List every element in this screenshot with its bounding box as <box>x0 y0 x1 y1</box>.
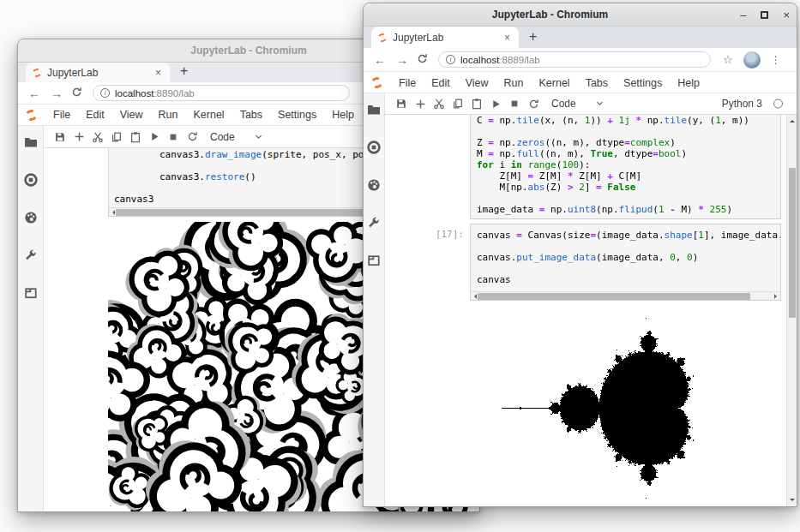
front-notebook-toolbar: Code Python 3 <box>385 93 797 115</box>
property-inspector-icon[interactable] <box>23 248 39 263</box>
open-tabs-icon[interactable] <box>23 285 39 301</box>
menu-tabs[interactable]: Tabs <box>578 77 616 89</box>
front-window-titlebar[interactable]: JupyterLab - Chromium <box>364 3 797 27</box>
close-icon[interactable]: × <box>783 9 790 21</box>
front-url-path: :8889/lab <box>499 55 539 65</box>
run-icon[interactable] <box>145 129 164 145</box>
menu-view[interactable]: View <box>458 77 496 89</box>
restart-kernel-icon[interactable] <box>183 129 202 145</box>
save-icon[interactable] <box>51 129 69 145</box>
scroll-down-icon[interactable] <box>790 499 795 504</box>
menu-file[interactable]: File <box>45 109 78 121</box>
command-palette-icon[interactable] <box>23 210 39 225</box>
running-sessions-icon[interactable] <box>23 172 39 188</box>
forward-arrow-icon[interactable]: → <box>396 53 408 67</box>
jupyter-favicon <box>32 67 43 78</box>
front-url-host: localhost <box>460 55 499 65</box>
reload-icon[interactable] <box>417 53 428 67</box>
scroll-left-icon[interactable] <box>472 294 477 299</box>
scroll-right-icon[interactable] <box>774 294 779 299</box>
back-window-title: JupyterLab - Chromium <box>190 45 306 57</box>
back-omnibox[interactable]: i localhost:8890/lab <box>93 85 350 101</box>
forward-arrow-icon[interactable]: → <box>51 87 63 100</box>
front-cell1-code-lines: C = np.tile(x, (n, 1)) + 1j * np.tile(y,… <box>477 115 780 215</box>
stop-icon[interactable] <box>505 96 524 111</box>
menu-edit[interactable]: Edit <box>424 77 458 89</box>
menu-file[interactable]: File <box>391 77 424 89</box>
front-tab-close-icon[interactable]: × <box>502 32 512 44</box>
front-cell2-code-lines: canvas = Canvas(size=(image_data.shape[1… <box>477 230 780 285</box>
back-arrow-icon[interactable]: ← <box>374 53 386 67</box>
menu-run[interactable]: Run <box>496 77 532 89</box>
kernel-status-icon <box>773 99 783 109</box>
front-left-sidebar <box>364 93 385 506</box>
file-browser-icon[interactable] <box>366 102 382 117</box>
cell-type-dropdown[interactable]: Code <box>210 131 235 143</box>
menu-tabs[interactable]: Tabs <box>232 109 270 121</box>
scroll-left-icon[interactable] <box>110 210 115 215</box>
back-new-tab-button[interactable]: + <box>180 63 188 79</box>
copy-icon[interactable] <box>448 96 467 111</box>
minimize-icon[interactable]: – <box>740 9 746 21</box>
menu-kernel[interactable]: Kernel <box>532 77 578 89</box>
front-cell2-hscrollbar[interactable] <box>471 291 780 300</box>
file-browser-icon[interactable] <box>23 134 39 150</box>
menu-run[interactable]: Run <box>151 109 186 121</box>
add-cell-icon[interactable] <box>69 129 88 145</box>
bookmark-star-icon[interactable]: ☆ <box>723 53 733 66</box>
copy-icon[interactable] <box>107 129 126 145</box>
menu-settings[interactable]: Settings <box>616 77 670 89</box>
property-inspector-icon[interactable] <box>366 215 382 230</box>
front-tab-label: JupyterLab <box>393 32 502 44</box>
cut-icon[interactable] <box>88 129 107 145</box>
front-browser-tab[interactable]: JupyterLab × <box>371 27 519 48</box>
scroll-up-icon[interactable] <box>790 117 795 123</box>
back-left-sidebar <box>18 126 44 511</box>
front-new-tab-button[interactable]: + <box>529 29 537 45</box>
desktop: JupyterLab - Chromium JupyterLab × + ← →… <box>0 0 800 532</box>
back-arrow-icon[interactable]: ← <box>28 87 40 100</box>
menu-help[interactable]: Help <box>670 77 707 89</box>
front-browser-window[interactable]: JupyterLab - Chromium – × JupyterLab × +… <box>363 3 797 507</box>
back-browser-tab[interactable]: JupyterLab × <box>26 63 170 82</box>
restart-kernel-icon[interactable] <box>524 96 543 111</box>
paste-icon[interactable] <box>126 129 145 145</box>
jupyter-favicon <box>377 32 388 43</box>
command-palette-icon[interactable] <box>366 177 382 193</box>
open-tabs-icon[interactable] <box>366 253 382 268</box>
back-url-host: localhost <box>115 88 153 99</box>
chrome-menu-icon[interactable]: ⋮ <box>771 54 781 66</box>
cell-type-dropdown[interactable]: Code <box>551 98 576 110</box>
front-code-cell-1[interactable]: C = np.tile(x, (n, 1)) + 1j * np.tile(y,… <box>470 115 781 219</box>
run-icon[interactable] <box>486 96 505 111</box>
back-tab-close-icon[interactable]: × <box>153 67 163 79</box>
save-icon[interactable] <box>392 96 411 111</box>
front-notebook-vscrollbar[interactable] <box>786 115 797 506</box>
menu-help[interactable]: Help <box>324 109 362 121</box>
add-cell-icon[interactable] <box>411 96 430 111</box>
menu-settings[interactable]: Settings <box>270 109 324 121</box>
chevron-down-icon[interactable] <box>595 96 605 111</box>
paste-icon[interactable] <box>467 96 486 111</box>
menu-kernel[interactable]: Kernel <box>186 109 232 121</box>
jupyterlab-logo <box>370 75 383 89</box>
menu-view[interactable]: View <box>112 109 151 121</box>
cut-icon[interactable] <box>430 96 448 111</box>
back-url-path: :8890/lab <box>153 88 194 99</box>
maximize-icon[interactable] <box>761 11 768 19</box>
front-omnibox[interactable]: i localhost:8889/lab <box>438 51 711 68</box>
stop-icon[interactable] <box>164 129 183 145</box>
front-window-controls: – × <box>740 3 790 27</box>
running-sessions-icon[interactable] <box>366 140 382 155</box>
kernel-name[interactable]: Python 3 <box>722 98 762 110</box>
front-window-title: JupyterLab - Chromium <box>492 9 608 21</box>
front-code-cell-2[interactable]: canvas = Canvas(size=(image_data.shape[1… <box>470 224 781 301</box>
front-cell-output-canvas-mandelbrot <box>491 302 701 506</box>
chevron-down-icon[interactable] <box>254 129 263 145</box>
front-jupyter-menubar: File Edit View Run Kernel Tabs Settings … <box>364 73 797 93</box>
profile-avatar[interactable] <box>743 51 761 69</box>
reload-icon[interactable] <box>71 87 82 100</box>
site-info-icon[interactable]: i <box>446 55 455 64</box>
menu-edit[interactable]: Edit <box>78 109 112 121</box>
site-info-icon[interactable]: i <box>100 88 110 98</box>
